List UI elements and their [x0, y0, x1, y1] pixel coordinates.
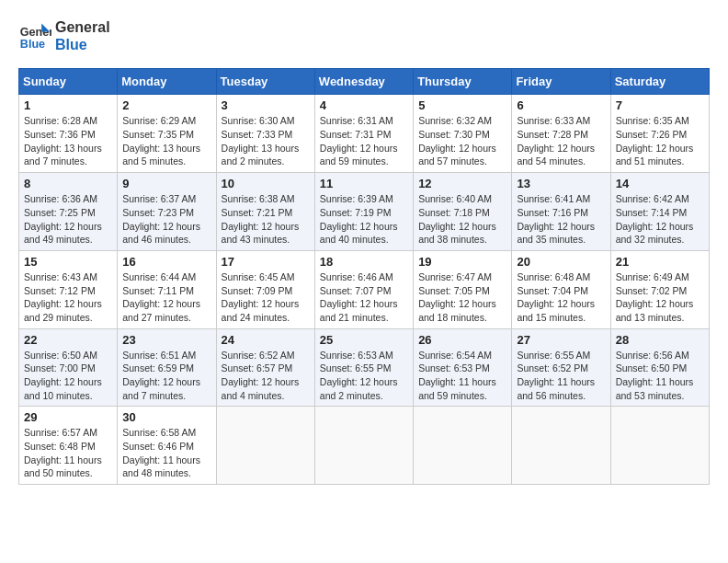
calendar-cell: [512, 407, 610, 485]
day-info: Sunrise: 6:36 AM Sunset: 7:25 PM Dayligh…: [24, 192, 112, 247]
day-info: Sunrise: 6:49 AM Sunset: 7:02 PM Dayligh…: [616, 270, 704, 325]
day-info: Sunrise: 6:55 AM Sunset: 6:52 PM Dayligh…: [517, 349, 605, 403]
calendar-cell: 8Sunrise: 6:36 AM Sunset: 7:25 PM Daylig…: [19, 173, 118, 251]
day-info: Sunrise: 6:48 AM Sunset: 7:04 PM Dayligh…: [517, 270, 605, 325]
day-info: Sunrise: 6:53 AM Sunset: 6:55 PM Dayligh…: [320, 349, 408, 403]
day-info: Sunrise: 6:32 AM Sunset: 7:30 PM Dayligh…: [418, 114, 506, 168]
day-info: Sunrise: 6:28 AM Sunset: 7:36 PM Dayligh…: [24, 114, 112, 168]
calendar-cell: 26Sunrise: 6:54 AM Sunset: 6:53 PM Dayli…: [414, 328, 512, 407]
col-header-monday: Monday: [118, 69, 216, 95]
col-header-friday: Friday: [512, 69, 610, 95]
day-number: 29: [24, 410, 112, 424]
day-info: Sunrise: 6:35 AM Sunset: 7:26 PM Dayligh…: [616, 114, 704, 168]
day-number: 28: [616, 333, 704, 347]
col-header-wednesday: Wednesday: [314, 69, 413, 95]
day-info: Sunrise: 6:47 AM Sunset: 7:05 PM Dayligh…: [418, 270, 506, 325]
header: General Blue General Blue: [18, 18, 710, 53]
week-row-2: 8Sunrise: 6:36 AM Sunset: 7:25 PM Daylig…: [19, 173, 710, 251]
week-row-5: 29Sunrise: 6:57 AM Sunset: 6:48 PM Dayli…: [19, 407, 710, 485]
day-info: Sunrise: 6:45 AM Sunset: 7:09 PM Dayligh…: [222, 270, 310, 325]
day-number: 14: [616, 177, 704, 190]
calendar-cell: 11Sunrise: 6:39 AM Sunset: 7:19 PM Dayli…: [314, 173, 413, 251]
calendar-cell: 1Sunrise: 6:28 AM Sunset: 7:36 PM Daylig…: [19, 95, 118, 173]
day-number: 24: [222, 333, 310, 347]
calendar-cell: 9Sunrise: 6:37 AM Sunset: 7:23 PM Daylig…: [118, 173, 216, 251]
day-number: 20: [517, 255, 605, 269]
calendar-cell: [314, 407, 413, 485]
day-info: Sunrise: 6:42 AM Sunset: 7:14 PM Dayligh…: [616, 192, 704, 247]
logo-blue: Blue: [55, 36, 110, 53]
calendar-cell: 4Sunrise: 6:31 AM Sunset: 7:31 PM Daylig…: [314, 95, 413, 173]
day-number: 4: [320, 98, 408, 112]
day-number: 15: [24, 255, 112, 269]
calendar-cell: 24Sunrise: 6:52 AM Sunset: 6:57 PM Dayli…: [216, 328, 314, 407]
day-info: Sunrise: 6:33 AM Sunset: 7:28 PM Dayligh…: [517, 114, 605, 168]
day-info: Sunrise: 6:37 AM Sunset: 7:23 PM Dayligh…: [122, 192, 210, 247]
calendar-cell: 27Sunrise: 6:55 AM Sunset: 6:52 PM Dayli…: [512, 328, 610, 407]
day-number: 13: [517, 177, 605, 190]
col-header-tuesday: Tuesday: [216, 69, 314, 95]
calendar-cell: 7Sunrise: 6:35 AM Sunset: 7:26 PM Daylig…: [610, 95, 709, 173]
calendar-header-row: SundayMondayTuesdayWednesdayThursdayFrid…: [19, 69, 710, 95]
day-number: 26: [418, 333, 506, 347]
calendar-cell: 14Sunrise: 6:42 AM Sunset: 7:14 PM Dayli…: [610, 173, 709, 251]
svg-text:Blue: Blue: [20, 38, 45, 51]
day-number: 9: [122, 177, 210, 190]
calendar-cell: 25Sunrise: 6:53 AM Sunset: 6:55 PM Dayli…: [314, 328, 413, 407]
day-info: Sunrise: 6:46 AM Sunset: 7:07 PM Dayligh…: [320, 270, 408, 325]
day-info: Sunrise: 6:29 AM Sunset: 7:35 PM Dayligh…: [122, 114, 210, 168]
calendar-cell: [216, 407, 314, 485]
day-number: 5: [418, 98, 506, 112]
day-info: Sunrise: 6:58 AM Sunset: 6:46 PM Dayligh…: [122, 426, 210, 480]
calendar-cell: 28Sunrise: 6:56 AM Sunset: 6:50 PM Dayli…: [610, 328, 709, 407]
day-info: Sunrise: 6:38 AM Sunset: 7:21 PM Dayligh…: [222, 192, 310, 247]
calendar-cell: 3Sunrise: 6:30 AM Sunset: 7:33 PM Daylig…: [216, 95, 314, 173]
day-info: Sunrise: 6:56 AM Sunset: 6:50 PM Dayligh…: [616, 349, 704, 403]
col-header-sunday: Sunday: [19, 69, 118, 95]
day-info: Sunrise: 6:31 AM Sunset: 7:31 PM Dayligh…: [320, 114, 408, 168]
col-header-saturday: Saturday: [610, 69, 709, 95]
day-number: 25: [320, 333, 408, 347]
day-number: 11: [320, 177, 408, 190]
day-info: Sunrise: 6:57 AM Sunset: 6:48 PM Dayligh…: [24, 426, 112, 480]
day-info: Sunrise: 6:52 AM Sunset: 6:57 PM Dayligh…: [222, 349, 310, 403]
week-row-1: 1Sunrise: 6:28 AM Sunset: 7:36 PM Daylig…: [19, 95, 710, 173]
day-info: Sunrise: 6:44 AM Sunset: 7:11 PM Dayligh…: [122, 270, 210, 325]
calendar-cell: 21Sunrise: 6:49 AM Sunset: 7:02 PM Dayli…: [610, 250, 709, 328]
day-number: 21: [616, 255, 704, 269]
day-number: 8: [24, 177, 112, 190]
calendar-cell: 10Sunrise: 6:38 AM Sunset: 7:21 PM Dayli…: [216, 173, 314, 251]
day-number: 12: [418, 177, 506, 190]
calendar: SundayMondayTuesdayWednesdayThursdayFrid…: [18, 68, 710, 485]
day-number: 7: [616, 98, 704, 112]
day-info: Sunrise: 6:41 AM Sunset: 7:16 PM Dayligh…: [517, 192, 605, 247]
calendar-cell: [610, 407, 709, 485]
day-info: Sunrise: 6:43 AM Sunset: 7:12 PM Dayligh…: [24, 270, 112, 325]
calendar-cell: 18Sunrise: 6:46 AM Sunset: 7:07 PM Dayli…: [314, 250, 413, 328]
day-info: Sunrise: 6:51 AM Sunset: 6:59 PM Dayligh…: [122, 349, 210, 403]
day-number: 27: [517, 333, 605, 347]
calendar-cell: 20Sunrise: 6:48 AM Sunset: 7:04 PM Dayli…: [512, 250, 610, 328]
calendar-cell: 5Sunrise: 6:32 AM Sunset: 7:30 PM Daylig…: [414, 95, 512, 173]
day-number: 22: [24, 333, 112, 347]
day-info: Sunrise: 6:39 AM Sunset: 7:19 PM Dayligh…: [320, 192, 408, 247]
day-info: Sunrise: 6:40 AM Sunset: 7:18 PM Dayligh…: [418, 192, 506, 247]
day-number: 23: [122, 333, 210, 347]
calendar-cell: 30Sunrise: 6:58 AM Sunset: 6:46 PM Dayli…: [118, 407, 216, 485]
calendar-cell: 12Sunrise: 6:40 AM Sunset: 7:18 PM Dayli…: [414, 173, 512, 251]
day-number: 3: [222, 98, 310, 112]
calendar-cell: 17Sunrise: 6:45 AM Sunset: 7:09 PM Dayli…: [216, 250, 314, 328]
calendar-cell: 15Sunrise: 6:43 AM Sunset: 7:12 PM Dayli…: [19, 250, 118, 328]
calendar-cell: 6Sunrise: 6:33 AM Sunset: 7:28 PM Daylig…: [512, 95, 610, 173]
week-row-3: 15Sunrise: 6:43 AM Sunset: 7:12 PM Dayli…: [19, 250, 710, 328]
day-info: Sunrise: 6:30 AM Sunset: 7:33 PM Dayligh…: [222, 114, 310, 168]
calendar-cell: 19Sunrise: 6:47 AM Sunset: 7:05 PM Dayli…: [414, 250, 512, 328]
calendar-cell: 29Sunrise: 6:57 AM Sunset: 6:48 PM Dayli…: [19, 407, 118, 485]
logo: General Blue General Blue: [18, 18, 110, 53]
calendar-cell: 13Sunrise: 6:41 AM Sunset: 7:16 PM Dayli…: [512, 173, 610, 251]
day-number: 16: [122, 255, 210, 269]
week-row-4: 22Sunrise: 6:50 AM Sunset: 7:00 PM Dayli…: [19, 328, 710, 407]
day-number: 17: [222, 255, 310, 269]
day-info: Sunrise: 6:50 AM Sunset: 7:00 PM Dayligh…: [24, 349, 112, 403]
col-header-thursday: Thursday: [414, 69, 512, 95]
